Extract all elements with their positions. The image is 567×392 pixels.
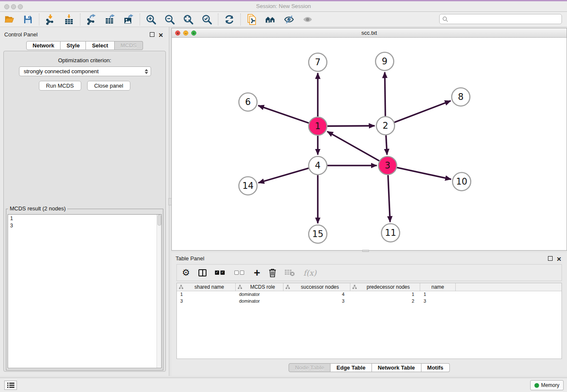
tab-network[interactable]: Network [26, 41, 61, 50]
export-table-icon[interactable] [105, 14, 116, 25]
table-settings-icon[interactable]: ⚙ [182, 268, 190, 278]
float-panel-icon[interactable] [150, 32, 154, 37]
zoom-selected-icon[interactable] [201, 14, 212, 25]
graph-edge-3-1[interactable] [327, 132, 379, 161]
zoom-fit-icon[interactable] [183, 14, 194, 25]
toolbar-separator [80, 14, 80, 25]
task-history-button[interactable] [4, 381, 17, 390]
table-cell[interactable]: 1 [177, 291, 236, 298]
close-table-panel-icon[interactable]: ✕ [556, 256, 561, 262]
deselect-all-icon[interactable] [234, 268, 245, 278]
graph-edge-2-9[interactable] [385, 72, 385, 116]
column-header[interactable]: shared name [177, 283, 236, 291]
graph-edge-1-2[interactable] [327, 126, 374, 126]
control-panel-title: Control Panel [4, 31, 38, 38]
tab-select[interactable]: Select [86, 41, 114, 50]
graph-node-label-14: 14 [242, 181, 254, 191]
tab-node-table[interactable]: Node Table [289, 363, 330, 372]
network-canvas[interactable]: 7968124314101511 [172, 38, 567, 250]
graph-node-label-7: 7 [315, 57, 320, 67]
import-table-icon[interactable] [63, 14, 74, 25]
splitter-grip-horizontal[interactable] [362, 250, 369, 252]
clone-network-icon[interactable] [246, 14, 257, 25]
table-cell[interactable]: dominator [236, 291, 284, 298]
network-graph[interactable]: 7968124314101511 [172, 38, 567, 250]
table-panel: Table Panel ✕ ⚙ ✓✓ + f(x) shared nameMCD… [171, 252, 567, 376]
zoom-out-icon[interactable] [164, 14, 175, 25]
memory-button[interactable]: Memory [530, 380, 564, 390]
graph-node-label-15: 15 [312, 229, 324, 239]
graph-node-label-4: 4 [315, 160, 320, 171]
show-columns-icon[interactable] [198, 268, 206, 278]
memory-status-icon [534, 383, 539, 388]
close-panel-icon[interactable]: ✕ [158, 32, 163, 39]
run-mcds-button[interactable]: Run MCDS [39, 81, 81, 91]
delete-icon[interactable] [269, 268, 276, 278]
tab-style[interactable]: Style [61, 41, 86, 50]
show-all-icon[interactable] [302, 14, 313, 25]
table-cell[interactable]: 3 [284, 298, 350, 305]
column-header[interactable]: predecessor nodes [350, 283, 420, 291]
tab-motifs[interactable]: Motifs [421, 363, 450, 372]
export-network-icon[interactable] [86, 14, 97, 25]
save-session-icon[interactable] [22, 14, 33, 25]
table-header-row: shared nameMCDS rolesuccessor nodesprede… [177, 283, 561, 291]
graph-edge-2-3[interactable] [386, 135, 387, 155]
graph-edge-3-11[interactable] [388, 175, 390, 222]
close-view-icon[interactable]: ✕ [175, 30, 180, 36]
search-input[interactable] [449, 15, 561, 23]
tab-network-table[interactable]: Network Table [372, 363, 421, 372]
node-table[interactable]: shared nameMCDS rolesuccessor nodesprede… [176, 283, 562, 359]
toolbar-separator [218, 14, 218, 25]
control-panel: Control Panel ✕ Network Style Select MCD… [0, 27, 169, 376]
table-cell[interactable]: 3 [420, 298, 456, 305]
maximize-window-icon[interactable] [18, 4, 23, 9]
mcds-result-textarea[interactable]: 1 3 [8, 214, 162, 368]
table-row[interactable]: 1dominator411 [177, 291, 561, 298]
close-panel-button[interactable]: Close panel [87, 81, 131, 91]
column-header[interactable]: successor nodes [284, 283, 350, 291]
add-icon[interactable]: + [254, 268, 260, 278]
column-header[interactable]: name [420, 283, 456, 291]
search-field[interactable] [439, 14, 562, 24]
open-session-icon[interactable] [4, 14, 15, 25]
network-view-window: ✕ − + scc.txt 7968124314101511 [171, 28, 567, 251]
table-cell[interactable]: 1 [420, 291, 456, 298]
network-window-titlebar[interactable]: ✕ − + scc.txt [172, 28, 567, 38]
titlebar: Session: New Session [0, 1, 567, 12]
main-toolbar [0, 12, 567, 27]
apply-layout-icon[interactable] [224, 14, 235, 25]
column-header[interactable]: MCDS role [236, 283, 284, 291]
table-cell[interactable]: 2 [350, 298, 420, 305]
float-table-panel-icon[interactable] [548, 256, 553, 261]
table-cell[interactable]: dominator [236, 298, 284, 305]
graph-node-label-8: 8 [458, 92, 463, 102]
status-bar: Memory [0, 378, 567, 392]
result-scrollbar[interactable] [157, 215, 161, 368]
table-cell[interactable]: 1 [350, 291, 420, 298]
optimization-criterion-label: Optimization criterion: [4, 57, 165, 63]
export-image-icon[interactable] [123, 14, 134, 25]
table-tabs: Node Table Edge Table Network Table Moti… [171, 363, 567, 372]
graph-edge-4-14[interactable] [258, 168, 308, 183]
zoom-in-icon[interactable] [146, 14, 157, 25]
first-neighbors-icon[interactable] [265, 14, 276, 25]
criterion-dropdown[interactable]: strongly connected component [19, 66, 151, 76]
graph-edge-3-10[interactable] [397, 168, 451, 179]
import-network-icon[interactable] [45, 14, 56, 25]
tab-mcds[interactable]: MCDS [115, 41, 143, 50]
table-row[interactable]: 3dominator323 [177, 298, 561, 305]
table-cell[interactable]: 3 [177, 298, 236, 305]
select-all-icon[interactable]: ✓✓ [215, 268, 226, 278]
minimize-view-icon[interactable]: − [183, 30, 188, 36]
table-rows: 1dominator4113dominator323 [177, 291, 561, 305]
graph-edge-1-6[interactable] [258, 105, 309, 123]
table-cell[interactable]: 4 [284, 291, 350, 298]
graph-edge-2-8[interactable] [394, 101, 451, 122]
tab-edge-table[interactable]: Edge Table [330, 363, 372, 372]
close-window-icon[interactable] [4, 4, 9, 9]
minimize-window-icon[interactable] [11, 4, 16, 9]
hide-selected-icon[interactable] [284, 14, 295, 25]
delete-table-icon [285, 268, 295, 278]
maximize-view-icon[interactable]: + [191, 30, 196, 36]
